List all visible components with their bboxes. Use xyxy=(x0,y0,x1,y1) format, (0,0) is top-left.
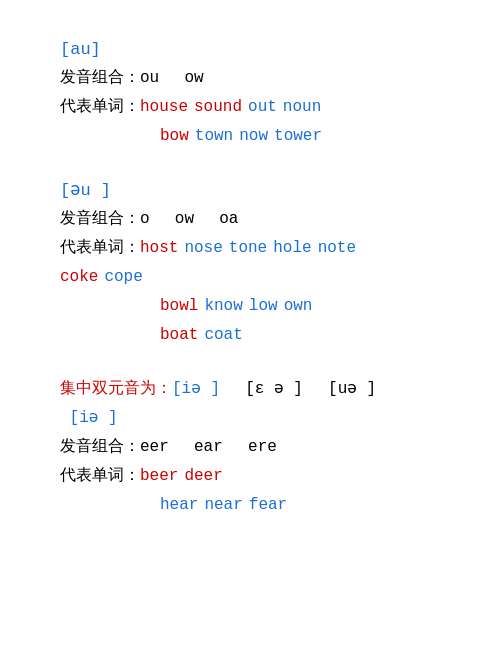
section-eu: [əu ] 发音组合： o ow oa 代表单词： host nose tone… xyxy=(60,179,440,350)
word-bow: bow xyxy=(160,123,189,150)
section-focus: 集中双元音为： [iə ] [ε ə ] [uə ] [iə ] 发音组合： e… xyxy=(60,378,440,520)
word-fear: fear xyxy=(249,492,287,519)
word-boat: boat xyxy=(160,322,198,349)
representative-eu-3: bowl know low own xyxy=(60,293,440,320)
word-tower: tower xyxy=(274,123,322,150)
word-hear: hear xyxy=(160,492,198,519)
section-au: [au] 发音组合： ou ow 代表单词： house sound out n… xyxy=(60,40,440,151)
sub-phonetic: [iə ] xyxy=(60,405,440,432)
word-note: note xyxy=(318,235,356,262)
word-cope: cope xyxy=(104,264,142,291)
combo-ow-au: ow xyxy=(165,65,203,92)
pronunciation-label-au: 发音组合： xyxy=(60,65,140,92)
word-know: know xyxy=(204,293,242,320)
word-now: now xyxy=(239,123,268,150)
combo-ear: ear xyxy=(175,434,223,461)
rep-label-focus: 代表单词： xyxy=(60,463,140,490)
phonetic-ee: [ε ə ] xyxy=(226,378,303,398)
combo-ou: ou xyxy=(140,65,159,92)
word-low: low xyxy=(249,293,278,320)
combo-ere: ere xyxy=(229,434,277,461)
word-bowl: bowl xyxy=(160,293,198,320)
word-town: town xyxy=(195,123,233,150)
combo-ow-eu: ow xyxy=(156,206,194,233)
representative-au-1: 代表单词： house sound out noun xyxy=(60,94,440,121)
word-coat: coat xyxy=(204,322,242,349)
focus-header: 集中双元音为： [iə ] [ε ə ] [uə ] xyxy=(60,378,440,399)
rep-label-eu: 代表单词： xyxy=(60,235,140,262)
pronunciation-label-focus: 发音组合： xyxy=(60,434,140,461)
word-out: out xyxy=(248,94,277,121)
pronunciation-focus: 发音组合： eer ear ere xyxy=(60,434,440,461)
combo-oa-eu: oa xyxy=(200,206,238,233)
word-hole: hole xyxy=(273,235,311,262)
page-content: [au] 发音组合： ou ow 代表单词： house sound out n… xyxy=(60,40,440,519)
word-beer: beer xyxy=(140,463,178,490)
phonetic-ie: [iə ] xyxy=(172,378,220,398)
word-deer: deer xyxy=(184,463,222,490)
sub-phonetic-label: [iə ] xyxy=(60,405,118,432)
phonetic-au: [au] xyxy=(60,40,440,59)
pronunciation-label-eu: 发音组合： xyxy=(60,206,140,233)
phonetic-eu: [əu ] xyxy=(60,179,440,200)
pronunciation-au: 发音组合： ou ow xyxy=(60,65,440,92)
representative-au-2: bow town now tower xyxy=(60,123,440,150)
word-host: host xyxy=(140,235,178,262)
word-coke: coke xyxy=(60,264,98,291)
rep-label-au: 代表单词： xyxy=(60,94,140,121)
representative-focus-2: hear near fear xyxy=(60,492,440,519)
phonetic-ue: [uə ] xyxy=(309,378,376,398)
focus-label: 集中双元音为： xyxy=(60,378,172,399)
word-house: house xyxy=(140,94,188,121)
word-nose: nose xyxy=(184,235,222,262)
representative-eu-1: 代表单词： host nose tone hole note xyxy=(60,235,440,262)
word-tone: tone xyxy=(229,235,267,262)
representative-eu-2: coke cope xyxy=(60,264,440,291)
representative-focus-1: 代表单词： beer deer xyxy=(60,463,440,490)
word-own: own xyxy=(284,293,313,320)
word-noun: noun xyxy=(283,94,321,121)
combo-eer: eer xyxy=(140,434,169,461)
representative-eu-4: boat coat xyxy=(60,322,440,349)
combo-o-eu: o xyxy=(140,206,150,233)
word-near: near xyxy=(204,492,242,519)
word-sound: sound xyxy=(194,94,242,121)
pronunciation-eu: 发音组合： o ow oa xyxy=(60,206,440,233)
